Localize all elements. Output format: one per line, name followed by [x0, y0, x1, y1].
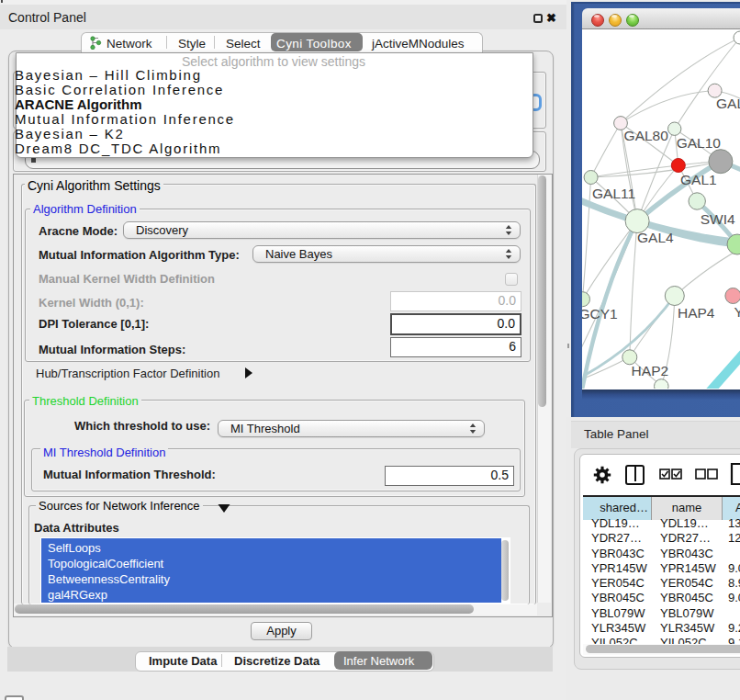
svg-text:YEL: YEL [734, 304, 740, 320]
svg-text:GCY1: GCY1 [582, 306, 618, 322]
svg-text:HAP4: HAP4 [678, 305, 715, 321]
svg-text:SWI4: SWI4 [701, 211, 735, 227]
svg-text:HAP2: HAP2 [632, 363, 669, 378]
svg-text:GAL80: GAL80 [624, 128, 669, 143]
svg-text:GAL4: GAL4 [637, 230, 674, 245]
svg-text:GAL10: GAL10 [677, 135, 722, 151]
svg-text:GAL11: GAL11 [592, 186, 635, 201]
svg-text:GAL1: GAL1 [680, 172, 717, 187]
svg-text:GAL2: GAL2 [716, 96, 740, 111]
